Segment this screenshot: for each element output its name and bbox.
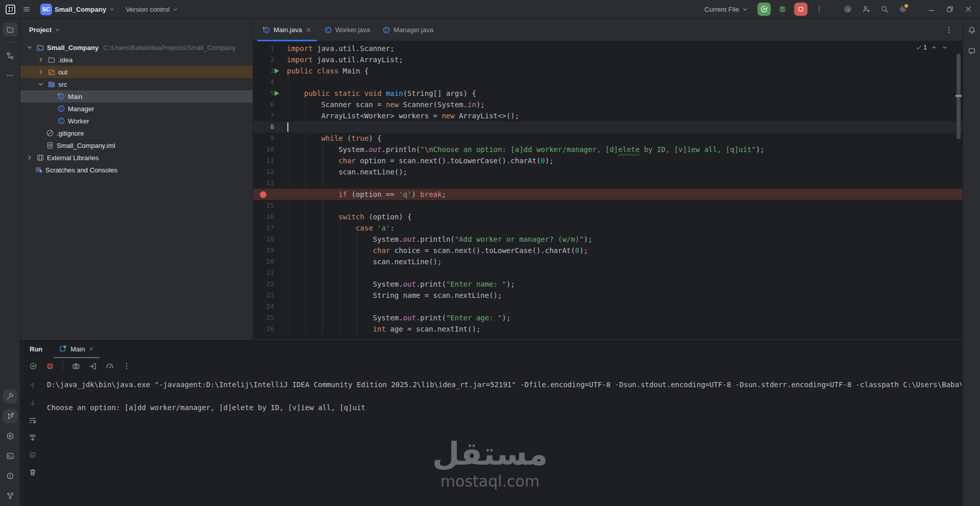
gutter-cell[interactable]: 10 [253, 144, 286, 155]
code-with-me-button[interactable] [860, 3, 873, 16]
problems-tool-button[interactable] [3, 469, 17, 483]
project-selector[interactable]: SC Small_Company [37, 2, 118, 17]
thread-dump-button[interactable] [70, 360, 82, 372]
chevron-down-icon[interactable] [37, 80, 45, 88]
gutter-cell[interactable]: 13 [253, 178, 286, 189]
tab-worker-java[interactable]: CWorker.java [318, 19, 376, 41]
prev-occurrence-button[interactable] [27, 380, 39, 392]
structure-tool-button[interactable] [3, 48, 17, 63]
code-line-26[interactable]: 26 int age = scan.nextInt(); [253, 323, 963, 335]
code-line-22[interactable]: 22 System.out.print("Enter name: "); [253, 279, 963, 290]
gutter-cell[interactable]: 15 [253, 200, 286, 211]
close-window-button[interactable] [962, 3, 975, 16]
more-actions-button[interactable] [813, 3, 826, 16]
vcs-widget[interactable]: Version control [122, 4, 182, 15]
gutter-cell[interactable]: 17 [253, 222, 286, 234]
code-line-14[interactable]: if (option == 'q') break; [253, 189, 963, 200]
editor-options-button[interactable] [942, 23, 955, 37]
gutter-cell[interactable]: 16 [253, 211, 286, 222]
clear-all-button[interactable] [27, 466, 39, 478]
print-button[interactable] [27, 449, 39, 461]
tree-item-main[interactable]: CMain [20, 90, 253, 103]
gutter-cell[interactable]: 19 [253, 245, 286, 256]
minimize-window-button[interactable] [925, 3, 938, 16]
run-line-icon[interactable] [275, 91, 279, 96]
tab-manager-java[interactable]: CManager.java [376, 19, 439, 41]
run-panel-title[interactable]: Run [30, 345, 42, 353]
code-line-9[interactable]: 9 while (true) { [253, 133, 963, 144]
console-output[interactable]: D:\java_jdk\bin\java.exe "-javaagent:D:\… [47, 379, 962, 506]
tree-item-external-libraries[interactable]: External Libraries [20, 151, 253, 164]
project-tool-button[interactable] [3, 22, 17, 37]
services-tool-button[interactable] [3, 429, 17, 443]
stop-button[interactable] [44, 360, 56, 372]
code-line-10[interactable]: 10 System.out.println("\nChoose an optio… [253, 144, 963, 155]
terminal-tool-button[interactable] [3, 449, 17, 463]
debug-button[interactable] [776, 3, 789, 16]
tree-item--gitignore[interactable]: .gitignore [20, 127, 253, 139]
tree-item-small-company[interactable]: Small_CompanyC:\Users\Baba\IdeaProjects\… [20, 41, 253, 54]
tree-item-src[interactable]: src [20, 78, 253, 90]
more-tool-windows-button[interactable] [3, 68, 17, 83]
next-occurrence-button[interactable] [27, 397, 39, 409]
code-line-11[interactable]: 11 char option = scan.next().toLowerCase… [253, 155, 963, 166]
gutter-cell[interactable]: 1 [253, 43, 286, 54]
gutter-cell[interactable]: 2 [253, 54, 286, 65]
close-tab-icon[interactable] [88, 346, 94, 352]
gutter-cell[interactable]: 8 [253, 121, 286, 133]
inspections-widget[interactable]: 1 [915, 44, 948, 51]
code-line-4[interactable]: 4 [253, 77, 963, 88]
ai-assistant-button[interactable] [841, 3, 854, 16]
gutter-cell[interactable]: 9 [253, 133, 286, 144]
chevron-down-icon[interactable] [941, 44, 948, 51]
version-control-tool-button[interactable] [3, 489, 17, 503]
tree-item--idea[interactable]: .idea [20, 54, 253, 66]
code-line-16[interactable]: 16 switch (option) { [253, 211, 963, 222]
tree-item-worker[interactable]: CWorker [20, 115, 253, 127]
code-line-13[interactable]: 13 [253, 178, 963, 189]
build-tool-button[interactable] [3, 389, 17, 403]
search-everywhere-button[interactable] [878, 3, 891, 16]
scroll-to-end-button[interactable] [27, 432, 39, 444]
chevron-up-icon[interactable] [930, 44, 938, 51]
gutter-cell[interactable]: 11 [253, 155, 286, 166]
gutter-cell[interactable]: 26 [253, 323, 286, 335]
settings-button[interactable] [896, 3, 910, 16]
tree-item-small-company-iml[interactable]: Small_Company.iml [20, 139, 253, 151]
close-tab-icon[interactable] [305, 27, 312, 33]
more-options-button[interactable] [120, 360, 133, 372]
project-panel-header[interactable]: Project [20, 19, 253, 40]
chevron-down-icon[interactable] [26, 43, 34, 52]
chevron-right-icon[interactable] [26, 154, 34, 162]
run-config-selector[interactable]: Current File [701, 4, 751, 15]
tree-item-manager[interactable]: CManager [20, 103, 253, 115]
run-tab[interactable]: Main [56, 340, 97, 358]
gutter-cell[interactable]: 25 [253, 312, 286, 323]
ai-assistant-tool-button[interactable] [965, 44, 979, 58]
code-line-3[interactable]: 3public class Main { [253, 65, 963, 77]
rerun-button[interactable] [27, 360, 39, 372]
code-line-7[interactable]: 7 ArrayList<Worker> workers = new ArrayL… [253, 110, 963, 121]
code-editor[interactable]: 1import java.util.Scanner;2import java.u… [253, 41, 963, 339]
chevron-right-icon[interactable] [37, 68, 45, 76]
notifications-button[interactable] [965, 23, 979, 37]
code-line-1[interactable]: 1import java.util.Scanner; [253, 43, 963, 54]
gutter-cell[interactable]: 21 [253, 267, 286, 279]
attach-debugger-button[interactable] [87, 360, 99, 372]
gutter-cell[interactable]: 3 [253, 65, 286, 77]
code-line-20[interactable]: 20 scan.nextLine(); [253, 256, 963, 267]
run-button[interactable] [757, 3, 771, 16]
profiler-button[interactable] [104, 360, 116, 372]
gutter-cell[interactable]: 18 [253, 234, 286, 245]
code-line-25[interactable]: 25 System.out.print("Enter age: "); [253, 312, 963, 323]
tab-main-java[interactable]: CMain.java [256, 19, 318, 41]
gutter-cell[interactable]: 24 [253, 301, 286, 312]
main-menu-button[interactable] [20, 3, 33, 16]
code-line-19[interactable]: 19 char choice = scan.next().toLowerCase… [253, 245, 963, 256]
tree-item-out[interactable]: out [20, 66, 253, 78]
gutter-cell[interactable]: 7 [253, 110, 286, 121]
restore-window-button[interactable] [943, 3, 957, 16]
code-line-12[interactable]: 12 scan.nextLine(); [253, 166, 963, 178]
tree-item-scratches-and-consoles[interactable]: Scratches and Consoles [20, 164, 253, 176]
code-line-24[interactable]: 24 [253, 301, 963, 312]
